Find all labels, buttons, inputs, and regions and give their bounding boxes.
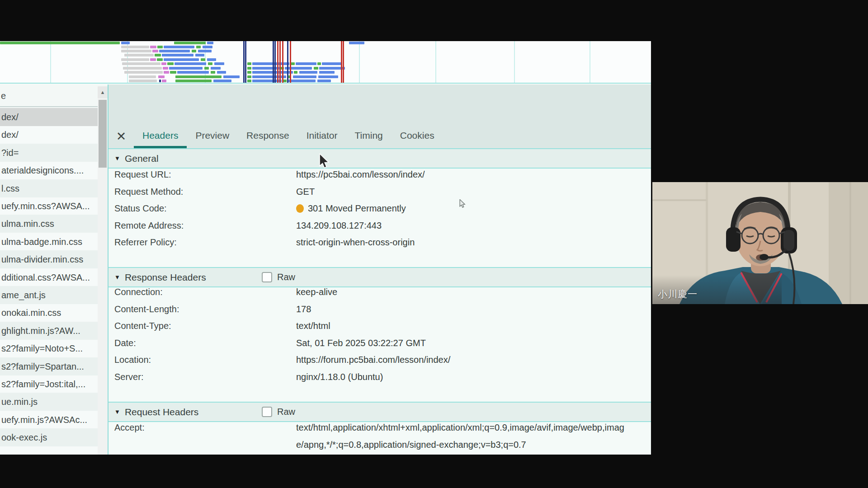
header-row: Location:https://forum.pc5bai.com/lesson…: [108, 355, 651, 368]
waterfall-request-bar: [208, 62, 212, 65]
waterfall-request-bar: [296, 62, 316, 65]
waterfall-request-bar: [217, 71, 226, 74]
waterfall-request-bar: [155, 54, 161, 56]
section-header-response-headers[interactable]: ▼Response HeadersRaw: [108, 267, 651, 287]
waterfall-request-bar: [252, 75, 286, 78]
request-list-item[interactable]: dex/: [0, 108, 98, 126]
waterfall-request-bar: [124, 71, 163, 74]
network-waterfall-overview[interactable]: [0, 41, 651, 84]
waterfall-gridline: [359, 41, 360, 84]
waterfall-request-bar: [288, 80, 316, 82]
load-event-line: [279, 41, 281, 84]
load-event-line: [282, 41, 283, 84]
close-icon[interactable]: ✕: [108, 129, 134, 144]
request-list-item[interactable]: uefy.min.css?AWSA...: [0, 197, 98, 215]
collapse-triangle-icon: ▼: [114, 155, 120, 162]
section-title: Request Headers: [125, 407, 198, 418]
header-value: keep-alive: [296, 287, 337, 297]
header-name: Status Code:: [114, 203, 167, 214]
waterfall-gridline: [590, 41, 590, 84]
waterfall-request-bar: [150, 46, 156, 48]
waterfall-request-bar: [319, 71, 335, 74]
request-list-item[interactable]: ghlight.min.js?AW...: [0, 322, 98, 340]
waterfall-request-bar: [0, 42, 120, 44]
domcontent-event-line: [287, 41, 288, 84]
request-list-item[interactable]: aterialdesignicons....: [0, 161, 98, 179]
domcontent-event-line: [273, 41, 274, 84]
header-value: 134.209.108.127:443: [296, 221, 382, 231]
request-list-item[interactable]: onokai.min.css: [0, 304, 98, 322]
header-row: Referrer Policy:strict-origin-when-cross…: [108, 237, 651, 251]
header-row: Status Code:301 Moved Permanently: [108, 203, 651, 217]
scrollbar-thumb[interactable]: [99, 100, 107, 168]
waterfall-request-bar: [196, 46, 201, 48]
section-title: General: [125, 153, 159, 164]
waterfall-request-bar: [247, 75, 251, 78]
waterfall-request-bar: [163, 67, 168, 70]
request-list-item[interactable]: uefy.min.js?AWSAc...: [0, 411, 98, 429]
waterfall-request-bar: [211, 67, 221, 70]
header-name: Request Method:: [114, 187, 183, 197]
load-event-line: [290, 41, 291, 84]
waterfall-request-bar: [162, 80, 166, 82]
request-list-item[interactable]: ame_ant.js: [0, 286, 98, 304]
waterfall-request-bar: [174, 42, 206, 44]
waterfall-request-bar: [161, 62, 166, 65]
waterfall-request-bar: [223, 75, 240, 78]
domcontent-event-line: [245, 41, 246, 84]
tab-timing[interactable]: Timing: [346, 125, 392, 148]
request-list-item[interactable]: s2?family=Spartan...: [0, 357, 98, 375]
request-list-item[interactable]: ook-exec.js: [0, 428, 98, 446]
scrollbar-up-arrow-icon[interactable]: ▲: [98, 86, 108, 98]
status-code-dot-icon: [296, 204, 304, 213]
header-value: Sat, 01 Feb 2025 03:22:27 GMT: [296, 338, 426, 348]
waterfall-request-bar: [283, 80, 287, 82]
waterfall-request-bar: [157, 58, 163, 61]
header-name: Content-Length:: [114, 304, 179, 314]
header-row: e/apng,*/*;q=0.8,application/signed-exch…: [108, 440, 651, 453]
waterfall-request-bar: [121, 50, 151, 52]
header-name: Referrer Policy:: [114, 237, 177, 248]
waterfall-gridline: [50, 41, 51, 84]
request-list-item[interactable]: ulma-badge.min.css: [0, 233, 98, 251]
collapse-triangle-icon: ▼: [114, 274, 120, 281]
request-list-item[interactable]: l.css: [0, 179, 98, 197]
header-value: nginx/1.18.0 (Ubuntu): [296, 372, 383, 382]
raw-checkbox[interactable]: [262, 407, 272, 417]
waterfall-request-bar: [299, 71, 317, 74]
request-list-item[interactable]: ?id=: [0, 144, 98, 162]
header-row: Connection:keep-alive: [108, 287, 651, 300]
tab-initiator[interactable]: Initiator: [298, 125, 346, 148]
request-list-item[interactable]: ulma.min.css: [0, 215, 98, 233]
waterfall-request-bar: [150, 58, 156, 61]
header-value: e/apng,*/*;q=0.8,application/signed-exch…: [296, 440, 526, 450]
mouse-cursor-secondary: [459, 199, 467, 208]
request-list-item[interactable]: ue.min.js: [0, 393, 98, 411]
waterfall-request-bar: [211, 71, 215, 74]
tab-headers[interactable]: Headers: [134, 125, 187, 148]
tab-response[interactable]: Response: [238, 125, 298, 148]
waterfall-request-bar: [121, 46, 149, 48]
request-list-item[interactable]: dditional.css?AWSA...: [0, 268, 98, 286]
tab-preview[interactable]: Preview: [187, 125, 238, 148]
raw-checkbox[interactable]: [262, 272, 272, 282]
waterfall-request-bar: [314, 67, 318, 70]
header-value: https://pc5bai.com/lesson/index/: [296, 169, 425, 180]
header-value: GET: [296, 187, 315, 197]
section-header-request-headers[interactable]: ▼Request HeadersRaw: [108, 402, 651, 422]
waterfall-request-bar: [164, 71, 169, 74]
request-list-item[interactable]: s2?family=Noto+S...: [0, 339, 98, 357]
load-event-line: [343, 41, 344, 84]
mouse-cursor: [319, 154, 332, 169]
screen-share-content: e dex/dex/?id=aterialdesignicons....l.cs…: [0, 41, 651, 455]
request-list-item[interactable]: dex/: [0, 126, 98, 144]
tab-cookies[interactable]: Cookies: [392, 125, 443, 148]
request-list-item[interactable]: s2?family=Jost:ital,...: [0, 375, 98, 393]
waterfall-request-bar: [158, 75, 165, 78]
sidebar-scrollbar[interactable]: ▲: [98, 86, 108, 455]
header-value: https://forum.pc5bai.com/lesson/index/: [296, 355, 450, 365]
waterfall-request-bar: [204, 67, 209, 70]
waterfall-gridline: [435, 41, 436, 84]
section-header-general[interactable]: ▼General: [108, 148, 651, 169]
request-list-item[interactable]: ulma-divider.min.css: [0, 250, 98, 268]
